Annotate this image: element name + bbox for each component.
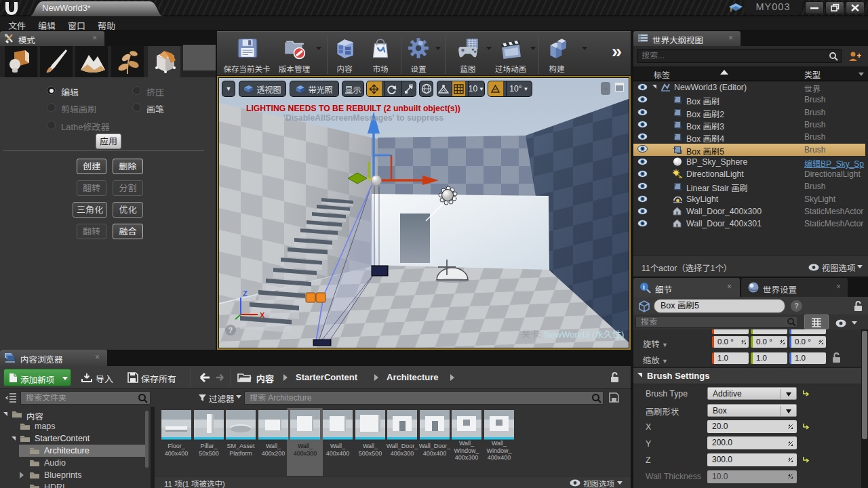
svg-text:X: X xyxy=(260,311,265,319)
svg-text:关卡: NewWorld3 (永久性): 关卡: NewWorld3 (永久性) xyxy=(521,329,624,340)
svg-text:i: i xyxy=(643,283,645,291)
svg-text:'DisableAllScreenMessages' to: 'DisableAllScreenMessages' to suppress xyxy=(283,113,443,123)
svg-text:?: ? xyxy=(229,326,233,334)
svg-text:LIGHTING NEEDS TO BE REBUILT (: LIGHTING NEEDS TO BE REBUILT (2 unbuilt … xyxy=(246,104,460,113)
svg-text:Z: Z xyxy=(243,289,248,298)
